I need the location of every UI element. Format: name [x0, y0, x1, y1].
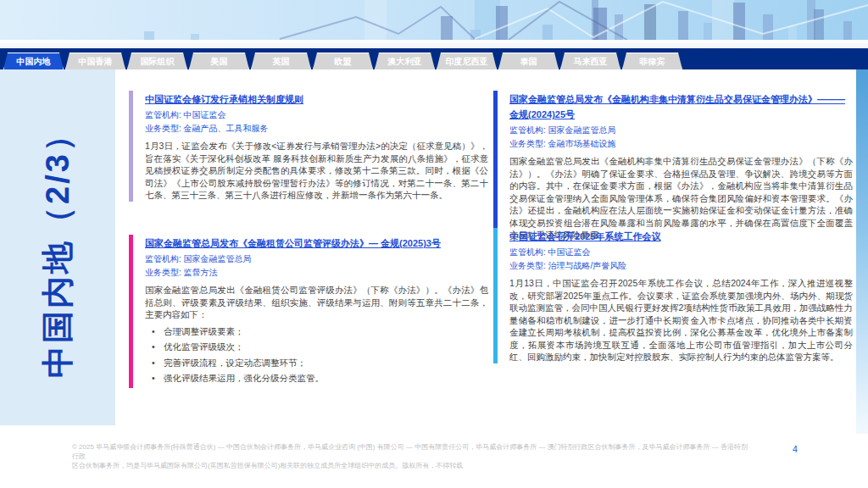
article-body: 1月13日，中国证监会召开2025年系统工作会议，总结2024年工作，深入推进巡…: [509, 277, 853, 363]
bullet-item: 优化监管评级级次；: [145, 341, 488, 353]
article-title-link[interactable]: 国家金融监管总局发布《金融机构非集中清算衍生品交易保证金管理办法》———金规(2…: [509, 94, 845, 119]
disclaimer-line-2: 区合伙制事务所，均是与毕马威国际有限公司(英国私营担保有限公司)相关联的独立成员…: [72, 461, 750, 470]
regulator-row: 监管机构: 中国证监会: [509, 247, 853, 258]
business-type-value: 金融市场基础设施: [548, 139, 616, 148]
tab-malaysia[interactable]: 马来西亚: [560, 53, 620, 69]
business-type-row: 业务类型: 金融市场基础设施: [509, 138, 853, 149]
regulator-value: 中国证监会: [548, 247, 591, 257]
tab-uk[interactable]: 英国: [251, 53, 311, 69]
business-type-label: 业务类型:: [145, 124, 181, 133]
regulator-label: 监管机构:: [145, 110, 181, 119]
tab-international[interactable]: 国际组织: [127, 53, 187, 69]
tab-china-mainland[interactable]: 中国内地: [3, 53, 64, 69]
regulator-value: 中国证监会: [184, 110, 226, 119]
article-csrc-underwriting-rules: 中国证监会修订发行承销相关制度规则 监管机构: 中国证监会 业务类型: 金融产品…: [129, 91, 488, 202]
section-vertical-title: 中国内地（2/3）: [36, 117, 80, 378]
regulator-row: 监管机构: 国家金融监管总局: [145, 253, 488, 264]
regulator-label: 监管机构:: [509, 247, 546, 257]
article-leasing-rating-measures: 国家金融监管总局发布《金融租赁公司监管评级办法》— 金规(2025)3号 监管机…: [129, 235, 488, 388]
article-margin-management-measures: 国家金融监管总局发布《金融机构非集中清算衍生品交易保证金管理办法》———金规(2…: [493, 91, 853, 241]
article-title-link[interactable]: 中国证监会召开2025年系统工作会议: [509, 231, 660, 241]
business-type-label: 业务类型:: [145, 268, 181, 277]
business-type-value: 治理与战略/声誉风险: [548, 261, 627, 270]
tab-eu[interactable]: 欧盟: [313, 53, 373, 69]
article-body: 1月3日，证监会发布《关于修改<证券发行与承销管理办法>的决定（征求意见稿）》，…: [145, 140, 488, 202]
business-type-value: 金融产品、工具和服务: [184, 124, 269, 133]
section-side-panel: 中国内地（2/3）: [0, 69, 115, 425]
article-title-link[interactable]: 中国证监会修订发行承销相关制度规则: [145, 94, 303, 104]
banner-divider: [0, 40, 868, 48]
business-type-label: 业务类型:: [509, 261, 546, 270]
article-body: 国家金融监管总局发出《金融租赁公司监管评级办法》（下称《办法》）。《办法》包括总…: [145, 284, 488, 321]
business-type-label: 业务类型:: [509, 139, 546, 148]
right-edge-strip: [856, 69, 868, 434]
disclaimer-line-1: © 2025 毕马威华振会计师事务所(特殊普通合伙) — 中国合伙制会计师事务所…: [72, 442, 750, 461]
bullet-item: 合理调整评级要素；: [145, 325, 488, 338]
bullet-item: 完善评级流程，设定动态调整环节；: [145, 357, 488, 369]
tab-philippines[interactable]: 菲律宾: [622, 53, 682, 69]
business-type-value: 监督方法: [184, 268, 218, 277]
tab-hong-kong[interactable]: 中国香港: [65, 53, 125, 69]
business-type-row: 业务类型: 金融产品、工具和服务: [145, 123, 488, 134]
tab-indonesia[interactable]: 印度尼西亚: [437, 53, 497, 69]
article-csrc-2025-work-conference: 中国证监会召开2025年系统工作会议 监管机构: 中国证监会 业务类型: 治理与…: [493, 228, 853, 363]
tab-australia[interactable]: 澳大利亚: [375, 53, 435, 69]
regulator-row: 监管机构: 中国证监会: [145, 109, 488, 120]
regulator-value: 国家金融监管总局: [548, 125, 616, 135]
article-title-link[interactable]: 国家金融监管总局发布《金融租赁公司监管评级办法》— 金规(2025)3号: [145, 238, 441, 248]
regulator-label: 监管机构:: [145, 254, 181, 263]
business-type-row: 业务类型: 监督方法: [145, 267, 488, 278]
page-number: 4: [787, 444, 804, 454]
banner-graphic: [0, 0, 868, 40]
regulator-row: 监管机构: 国家金融监管总局: [509, 125, 853, 136]
regulator-label: 监管机构:: [509, 125, 546, 135]
banner-chart-art: [0, 0, 868, 40]
bullet-item: 强化评级结果运用，强化分级分类监管。: [145, 372, 488, 385]
article-bullet-list: 合理调整评级要素； 优化监管评级级次； 完善评级流程，设定动态调整环节； 强化评…: [145, 325, 488, 385]
region-tab-bar: 中国内地 中国香港 国际组织 美国 英国 欧盟 澳大利亚 印度尼西亚 泰国 马来…: [0, 48, 868, 69]
business-type-row: 业务类型: 治理与战略/声誉风险: [509, 260, 853, 271]
tab-usa[interactable]: 美国: [189, 53, 249, 69]
tab-thailand[interactable]: 泰国: [498, 53, 559, 69]
footer-disclaimer: © 2025 毕马威华振会计师事务所(特殊普通合伙) — 中国合伙制会计师事务所…: [72, 442, 750, 470]
regulator-value: 国家金融监管总局: [184, 254, 252, 263]
